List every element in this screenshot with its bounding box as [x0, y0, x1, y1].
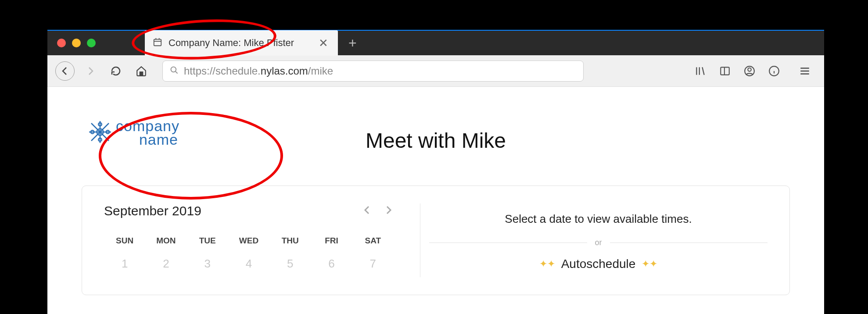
info-icon[interactable] [767, 64, 781, 78]
url-text: https://schedule.nylas.com/mike [184, 65, 333, 77]
svg-point-5 [171, 67, 176, 72]
search-icon [170, 66, 179, 76]
browser-window: Company Name: Mike Pfister ✕ + https://s… [47, 30, 824, 314]
time-panel: Select a date to view available times. o… [429, 203, 768, 277]
calendar-day[interactable]: 5 [269, 253, 311, 274]
library-icon[interactable] [693, 64, 707, 78]
svg-line-9 [702, 67, 704, 75]
calendar-day[interactable]: 3 [187, 253, 228, 274]
calendar-day[interactable]: 2 [145, 253, 187, 274]
or-separator: or [429, 238, 768, 247]
calendar-nav [362, 204, 394, 218]
close-tab-button[interactable]: ✕ [317, 36, 330, 50]
calendar-panel: September 2019 SUN MON TUE WED [104, 203, 411, 277]
close-window-button[interactable] [57, 39, 66, 47]
sparkle-icon: ✦✦ [539, 258, 555, 270]
next-month-button[interactable] [383, 204, 394, 218]
day-header: SAT [352, 232, 394, 253]
calendar-day[interactable]: 4 [228, 253, 269, 274]
autoschedule-button[interactable]: ✦✦ Autoschedule ✦✦ [429, 257, 768, 271]
browser-tab[interactable]: Company Name: Mike Pfister ✕ [145, 30, 338, 56]
select-date-prompt: Select a date to view available times. [429, 212, 768, 226]
window-controls [47, 39, 105, 47]
calendar-day[interactable]: 7 [352, 253, 394, 274]
day-header: TUE [187, 232, 228, 253]
minimize-window-button[interactable] [72, 39, 81, 47]
scheduler-card: September 2019 SUN MON TUE WED [82, 186, 790, 295]
day-header: MON [145, 232, 187, 253]
svg-line-6 [176, 71, 178, 73]
back-button[interactable] [55, 61, 75, 81]
calendar-month-label: September 2019 [104, 203, 201, 218]
page-title: Meet with Mike [47, 128, 824, 153]
calendar-day[interactable]: 1 [104, 253, 145, 274]
sparkle-icon: ✦✦ [642, 258, 657, 270]
prev-month-button[interactable] [362, 204, 373, 218]
calendar-header: September 2019 [104, 203, 394, 218]
vertical-divider [420, 203, 420, 277]
toolbar-right [693, 64, 816, 78]
day-header: SUN [104, 232, 145, 253]
tab-title: Company Name: Mike Pfister [169, 37, 311, 49]
or-label: or [595, 238, 602, 247]
menu-button[interactable] [798, 64, 812, 78]
new-tab-button[interactable]: + [338, 35, 367, 51]
day-header: FRI [311, 232, 352, 253]
svg-rect-0 [154, 39, 161, 46]
day-header: WED [228, 232, 269, 253]
tab-bar: Company Name: Mike Pfister ✕ + [47, 30, 824, 55]
account-icon[interactable] [742, 64, 757, 78]
autoschedule-label: Autoschedule [561, 257, 636, 271]
calendar-grid: SUN MON TUE WED THU FRI SAT 1 2 3 4 5 6 … [104, 232, 394, 274]
sidebar-icon[interactable] [718, 64, 732, 78]
page-content: company name Meet with Mike September 20… [47, 87, 824, 314]
reload-button[interactable] [106, 61, 126, 81]
home-button[interactable] [132, 61, 151, 81]
forward-button[interactable] [81, 61, 100, 81]
svg-rect-4 [140, 72, 143, 76]
svg-point-13 [748, 68, 751, 71]
day-header: THU [269, 232, 311, 253]
calendar-day[interactable]: 6 [311, 253, 352, 274]
address-bar[interactable]: https://schedule.nylas.com/mike [162, 61, 584, 82]
maximize-window-button[interactable] [87, 39, 96, 47]
calendar-icon [153, 37, 162, 49]
toolbar: https://schedule.nylas.com/mike [47, 55, 824, 87]
